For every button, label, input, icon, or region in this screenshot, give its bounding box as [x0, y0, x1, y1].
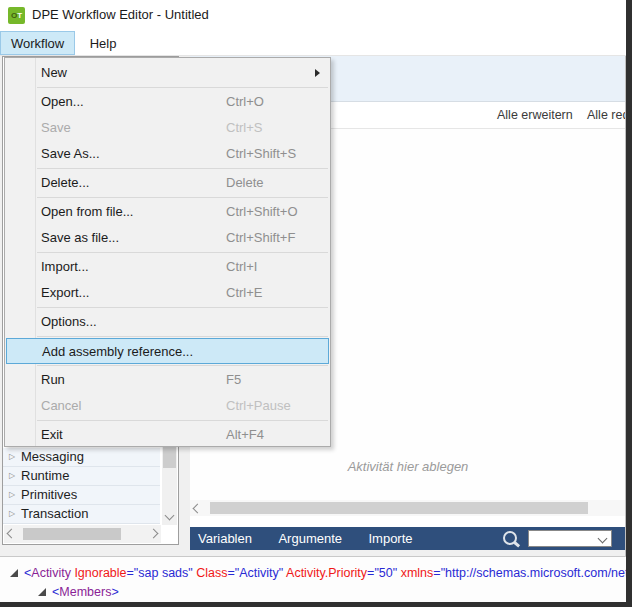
- tab-argumente[interactable]: Argumente: [278, 527, 342, 550]
- toolbox-category-label: Runtime: [21, 468, 69, 483]
- menu-item-export[interactable]: Export...Ctrl+E: [5, 280, 330, 306]
- toolbox-category-label: Messaging: [21, 449, 84, 464]
- xml-outline-panel: <Activity Ignorable="sap sads" Class="Ac…: [0, 556, 626, 602]
- submenu-arrow-icon: [315, 69, 320, 77]
- app-window: OT DPE Workflow Editor - Untitled Workfl…: [0, 0, 626, 602]
- tab-variablen[interactable]: Variablen: [198, 527, 252, 550]
- toolbox-category-label: Transaction: [21, 506, 88, 521]
- menu-separator: [37, 336, 328, 337]
- toolbox-category-primitives[interactable]: ▷Primitives: [3, 486, 160, 505]
- menubar: Workflow Help: [0, 30, 626, 56]
- chevron-down-icon: [598, 534, 608, 544]
- app-icon: OT: [8, 7, 25, 24]
- chevron-right-icon[interactable]: ▷: [9, 486, 15, 504]
- toolbox-category-messaging[interactable]: ▷Messaging: [3, 448, 160, 467]
- chevron-right-icon[interactable]: ▷: [9, 448, 15, 466]
- menu-item-open[interactable]: Open...Ctrl+O: [5, 89, 330, 115]
- zoom-combobox[interactable]: [528, 530, 612, 547]
- bottom-tab-bar: Variablen Argumente Importe: [190, 527, 626, 550]
- scrollbar-thumb[interactable]: [23, 528, 121, 540]
- menu-item-save-as[interactable]: Save As...Ctrl+Shift+S: [5, 141, 330, 167]
- menu-separator: [37, 252, 328, 253]
- workflow-menu: New Open...Ctrl+O SaveCtrl+S Save As...C…: [4, 57, 331, 447]
- collapse-triangle-icon[interactable]: [38, 588, 46, 596]
- xml-line-members: <Members>: [52, 584, 119, 601]
- menu-item-cancel: CancelCtrl+Pause: [5, 393, 330, 419]
- menu-separator: [37, 168, 328, 169]
- chevron-right-icon[interactable]: ▷: [9, 467, 15, 485]
- menubar-item-help[interactable]: Help: [80, 32, 127, 56]
- toolbox-category-runtime[interactable]: ▷Runtime: [3, 467, 160, 486]
- menu-item-import[interactable]: Import...Ctrl+I: [5, 254, 330, 280]
- tab-importe[interactable]: Importe: [368, 527, 412, 550]
- chevron-right-icon[interactable]: ▷: [9, 505, 15, 523]
- menu-item-delete[interactable]: Delete...Delete: [5, 170, 330, 196]
- chevron-right-icon[interactable]: [149, 529, 159, 539]
- toolbox-category-list: ▷Messaging ▷Runtime ▷Primitives ▷Transac…: [3, 448, 160, 524]
- toolbox-category-label: Primitives: [21, 487, 77, 502]
- menu-separator: [37, 307, 328, 308]
- titlebar: OT DPE Workflow Editor - Untitled: [0, 0, 626, 30]
- expand-all-link[interactable]: Alle erweitern: [497, 102, 573, 128]
- menu-item-add-assembly-reference[interactable]: Add assembly reference...: [6, 338, 329, 364]
- menubar-item-workflow[interactable]: Workflow: [0, 31, 75, 55]
- screen: OT DPE Workflow Editor - Untitled Workfl…: [0, 0, 632, 607]
- chevron-down-icon[interactable]: [165, 511, 175, 521]
- menu-item-new[interactable]: New: [5, 60, 330, 86]
- menu-item-options[interactable]: Options...: [5, 309, 330, 335]
- menu-item-run[interactable]: RunF5: [5, 367, 330, 393]
- toolbox-category-transaction[interactable]: ▷Transaction: [3, 505, 160, 524]
- menu-item-open-from-file[interactable]: Open from file...Ctrl+Shift+O: [5, 199, 330, 225]
- menu-separator: [37, 87, 328, 88]
- xml-line-activity: <Activity Ignorable="sap sads" Class="Ac…: [24, 565, 626, 582]
- collapse-all-link[interactable]: Alle reduzieren: [587, 102, 626, 128]
- menu-separator: [37, 365, 328, 366]
- toolbox-horizontal-scrollbar[interactable]: [4, 525, 161, 543]
- chevron-left-icon[interactable]: [7, 529, 17, 539]
- window-title: DPE Workflow Editor - Untitled: [32, 0, 209, 30]
- menu-separator: [37, 197, 328, 198]
- menu-separator: [37, 420, 328, 421]
- search-icon[interactable]: [503, 531, 517, 545]
- window-edge-right: [626, 0, 632, 607]
- window-edge-bottom: [0, 602, 632, 607]
- menu-item-save: SaveCtrl+S: [5, 115, 330, 141]
- menu-item-exit[interactable]: ExitAlt+F4: [5, 422, 330, 448]
- menu-item-save-as-file[interactable]: Save as file...Ctrl+Shift+F: [5, 225, 330, 251]
- canvas-horizontal-scrollbar[interactable]: [190, 500, 626, 516]
- scrollbar-thumb[interactable]: [210, 502, 588, 514]
- collapse-triangle-icon[interactable]: [10, 569, 18, 577]
- drop-hint-text: Aktivität hier ablegen: [190, 459, 626, 474]
- chevron-left-icon[interactable]: [193, 504, 203, 514]
